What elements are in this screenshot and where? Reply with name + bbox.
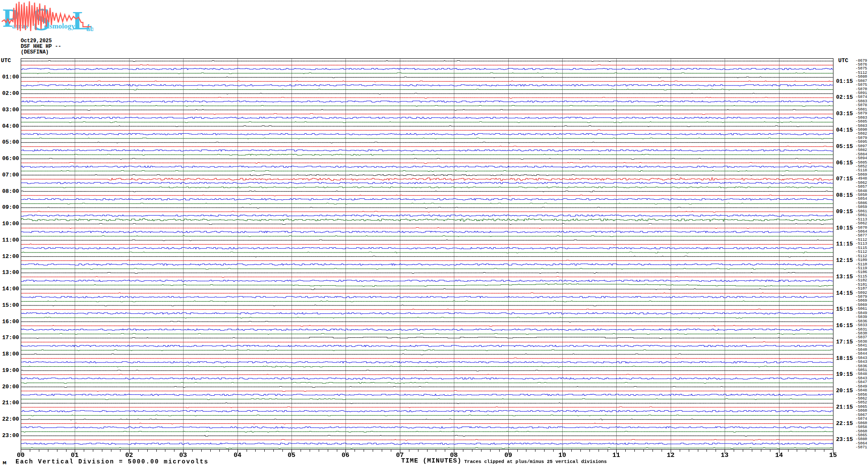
- right-hour-label: 01:15: [836, 78, 853, 85]
- left-hour-label: 09:00: [0, 204, 19, 211]
- header-date: Oct29,2025: [21, 38, 52, 44]
- trace-end-value: -5107: [855, 287, 867, 291]
- header-location: (DESFINA): [21, 49, 49, 55]
- x-tick-label: 05: [283, 452, 300, 459]
- left-hour-label: 15:00: [0, 302, 19, 309]
- right-hour-label: 20:15: [836, 387, 853, 394]
- x-tick-label: 04: [229, 452, 246, 459]
- x-tick-label: 09: [500, 452, 517, 459]
- right-hour-label: 09:15: [836, 208, 853, 215]
- left-hour-label: 02:00: [0, 90, 19, 97]
- trace-end-value: -5118: [855, 169, 867, 173]
- trace-end-value: -5109: [855, 258, 867, 262]
- logo-word-ab: ab: [86, 25, 93, 33]
- trace-end-value: -5074: [855, 95, 867, 99]
- trace-end-value: -5082: [855, 132, 867, 136]
- trace-end-value: -5075: [855, 83, 867, 87]
- right-hour-label: 23:15: [836, 436, 853, 443]
- left-hour-label: 08:00: [0, 188, 19, 195]
- left-hour-label: 05:00: [0, 139, 19, 145]
- x-tick-label: 06: [337, 452, 354, 459]
- left-hour-label: 17:00: [0, 334, 19, 341]
- left-hour-label: 06:00: [0, 155, 19, 162]
- right-hour-label: 17:15: [836, 339, 853, 345]
- right-hour-label: 16:15: [836, 322, 853, 329]
- left-hour-label: 22:00: [0, 416, 19, 422]
- right-hour-label: 03:15: [836, 110, 853, 117]
- trace-end-value: -5080: [855, 75, 867, 79]
- trace-end-value: -5047: [855, 381, 867, 384]
- right-hour-label: 18:15: [836, 355, 853, 362]
- trace-end-value: -5106: [855, 271, 867, 274]
- trace-end-value: -5048: [855, 372, 867, 376]
- psl-logo[interactable]: P atras S eismology L ab: [1, 0, 93, 35]
- right-hour-label: 05:15: [836, 143, 853, 150]
- trace-end-value: -5033: [855, 324, 867, 327]
- trace-end-value: -5113: [855, 242, 867, 246]
- right-hour-label: 08:15: [836, 192, 853, 198]
- trace-end-value: -5037: [855, 336, 867, 340]
- trace-end-value: -5077: [855, 234, 867, 238]
- trace-end-value: -5043: [855, 360, 867, 364]
- left-hour-label: 19:00: [0, 367, 19, 374]
- trace-end-value: -5059: [855, 205, 867, 209]
- left-hour-label: 12:00: [0, 253, 19, 260]
- trace-end-value: -5095: [855, 140, 867, 144]
- right-hour-label: 06:15: [836, 160, 853, 166]
- left-hour-label: 10:00: [0, 220, 19, 227]
- x-tick-label: 11: [608, 452, 625, 459]
- left-hour-label: 13:00: [0, 269, 19, 276]
- left-hour-label: 23:00: [0, 432, 19, 439]
- utc-label-left: UTC: [1, 57, 11, 64]
- right-hour-label: 22:15: [836, 420, 853, 427]
- x-tick-label: 10: [554, 452, 571, 459]
- helicorder-page: P atras S eismology L ab Oct29,2025 DSF …: [0, 0, 868, 466]
- right-hour-label: 21:15: [836, 404, 853, 410]
- trace-end-value: -5071: [855, 446, 867, 450]
- logo-word-eismology: eismology: [44, 22, 75, 30]
- trace-end-value: -5048: [855, 389, 867, 393]
- right-hour-label: 14:15: [836, 290, 853, 296]
- trace-end-value: -5041: [855, 344, 867, 348]
- right-hour-label: 02:15: [836, 94, 853, 101]
- trace-end-value: -5060: [855, 409, 867, 413]
- trace-end-value: -5085: [855, 120, 867, 124]
- right-hour-label: 12:15: [836, 257, 853, 264]
- trace-end-value: -5058: [855, 425, 867, 429]
- left-hour-label: 04:00: [0, 123, 19, 129]
- trace-end-value: -4948: [855, 177, 867, 181]
- utc-label-right: UTC: [838, 57, 848, 64]
- x-axis-title: TIME (MINUTES): [397, 457, 466, 465]
- trace-end-value: -5080: [855, 438, 867, 441]
- left-hour-label: 11:00: [0, 237, 19, 243]
- trace-end-value: -5082: [855, 148, 867, 152]
- left-hour-label: 20:00: [0, 384, 19, 390]
- clip-note: Traces clipped at plus/minus 25 vertical…: [464, 459, 607, 464]
- left-hour-label: 07:00: [0, 172, 19, 178]
- right-hour-label: 10:15: [836, 225, 853, 231]
- scale-glyph: M: [3, 461, 6, 465]
- trace-end-value: -5057: [855, 185, 867, 189]
- trace-end-value: -5078: [855, 104, 867, 107]
- trace-end-value: -5069: [855, 299, 867, 303]
- trace-end-value: -5052: [855, 401, 867, 405]
- right-hour-label: 13:15: [836, 274, 853, 280]
- trace-end-value: -5102: [855, 279, 867, 283]
- right-hour-label: 15:15: [836, 306, 853, 312]
- trace-end-value: -5039: [855, 315, 867, 319]
- left-hour-label: 01:00: [0, 74, 19, 80]
- header-station: DSF HHE HP --: [21, 44, 61, 50]
- x-tick-label: 14: [770, 452, 788, 459]
- right-hour-label: 04:15: [836, 127, 853, 133]
- helicorder-canvas: [21, 58, 833, 455]
- trace-end-value: -5079: [855, 112, 867, 116]
- scale-note: Each Vertical Division = 5000.00 microvo…: [16, 458, 209, 465]
- trace-end-value: -5074: [855, 417, 867, 421]
- trace-end-value: -5094: [855, 157, 867, 161]
- right-hour-label: 07:15: [836, 176, 853, 182]
- trace-end-value: -5044: [855, 352, 867, 356]
- trace-end-value: -5054: [855, 197, 867, 201]
- trace-end-value: -5061: [855, 307, 867, 311]
- trace-end-value: -5112: [855, 250, 867, 254]
- trace-end-value: -5061: [855, 214, 867, 217]
